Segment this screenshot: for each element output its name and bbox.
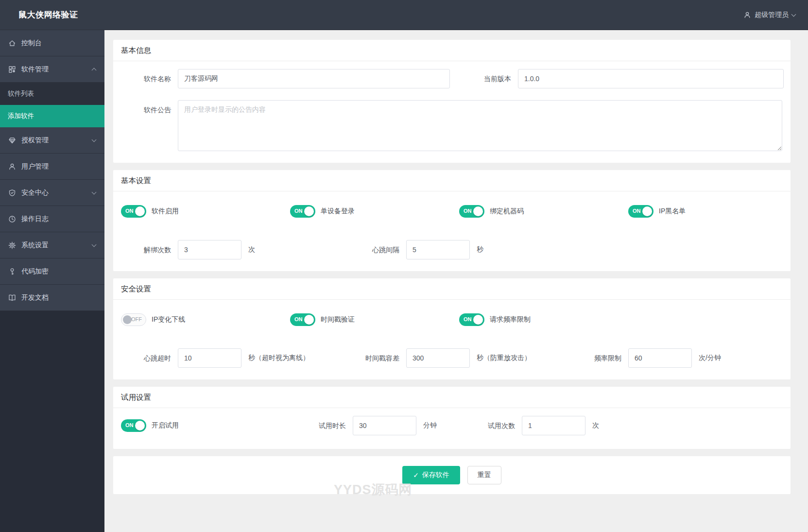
check-icon: ✓	[413, 471, 419, 479]
sidebar-item-label: 软件列表	[8, 89, 34, 98]
sidebar-item-license-mgmt[interactable]: 授权管理	[0, 127, 104, 154]
toggle-ip-blacklist[interactable]: ON IP黑名单	[628, 205, 686, 218]
trial-duration-input[interactable]	[353, 416, 416, 435]
sidebar-item-security-center[interactable]: 安全中心	[0, 180, 104, 206]
rate-limit-label: 频率限制	[571, 348, 621, 368]
timestamp-tolerance-suffix: 秒（防重放攻击）	[477, 354, 531, 362]
timestamp-tolerance-input[interactable]	[406, 348, 470, 368]
app-logo: 鼠大侠网络验证	[0, 9, 104, 20]
section-title: 基本信息	[113, 40, 791, 61]
sidebar-item-label: 控制台	[21, 39, 42, 48]
toggle-software-enabled[interactable]: ON 软件启用	[121, 205, 179, 218]
toggle-on-switch[interactable]: ON	[459, 205, 484, 218]
sidebar-item-operation-log[interactable]: 操作日志	[0, 206, 104, 232]
trial-count-input[interactable]	[522, 416, 585, 435]
sidebar-item-label: 代码加密	[21, 267, 49, 276]
chevron-down-icon	[92, 242, 97, 247]
toggle-timestamp-verify[interactable]: ON 时间戳验证	[290, 313, 355, 326]
app-screen: 鼠大侠网络验证 超级管理员 控制台 软件管理 软件列表 添加软件 授权	[0, 0, 808, 532]
sidebar-item-label: 操作日志	[21, 215, 49, 223]
software-name-input[interactable]	[178, 69, 450, 88]
software-name-label: 软件名称	[121, 69, 171, 88]
heartbeat-interval-suffix: 秒	[477, 245, 483, 254]
shield-check-icon	[8, 189, 16, 197]
sidebar-item-add-software[interactable]: 添加软件	[0, 105, 104, 127]
toggle-knob	[473, 206, 483, 216]
toggle-knob	[473, 315, 483, 325]
reset-button[interactable]: 重置	[467, 466, 501, 484]
toggle-on-switch[interactable]: ON	[290, 313, 315, 326]
sidebar-item-label: 安全中心	[21, 189, 49, 197]
toggle-off-switch[interactable]: OFF	[121, 313, 146, 326]
clock-icon	[8, 215, 16, 223]
user-name: 超级管理员	[755, 11, 789, 19]
sidebar-item-label: 用户管理	[21, 162, 49, 171]
key-icon	[8, 268, 16, 275]
heartbeat-timeout-suffix: 秒（超时视为离线）	[248, 354, 309, 362]
toggle-on-switch[interactable]: ON	[459, 313, 484, 326]
toggle-on-switch[interactable]: ON	[121, 419, 146, 432]
card-basic-settings: 基本设置 ON 软件启用 ON 单设备登录 ON 绑定机器码	[113, 170, 791, 271]
sidebar-submenu-software: 软件列表 添加软件	[0, 83, 104, 127]
notice-textarea[interactable]	[178, 100, 782, 151]
sidebar-item-software-list[interactable]: 软件列表	[0, 83, 104, 105]
card-basic-info: 基本信息 软件名称 当前版本 软件公告	[113, 40, 791, 163]
card-security-settings: 安全设置 OFF IP变化下线 ON 时间戳验证 ON 请求频率限制	[113, 278, 791, 379]
version-input[interactable]	[518, 69, 784, 88]
heartbeat-timeout-input[interactable]	[178, 348, 241, 368]
apps-icon	[8, 66, 16, 73]
version-label: 当前版本	[461, 69, 511, 88]
toggle-knob	[135, 206, 145, 216]
toggle-knob	[304, 315, 314, 325]
sidebar-item-user-mgmt[interactable]: 用户管理	[0, 154, 104, 180]
chevron-down-icon	[92, 189, 97, 194]
sidebar-item-label: 添加软件	[8, 112, 34, 120]
toggle-rate-limit[interactable]: ON 请求频率限制	[459, 313, 531, 326]
toggle-knob	[135, 421, 145, 430]
toggle-on-switch[interactable]: ON	[628, 205, 653, 218]
toggle-bind-machine-code[interactable]: ON 绑定机器码	[459, 205, 524, 218]
toggle-knob	[642, 206, 652, 216]
section-title: 安全设置	[113, 278, 791, 300]
rate-limit-suffix: 次/分钟	[699, 354, 721, 362]
home-icon	[8, 39, 16, 47]
save-button[interactable]: ✓ 保存软件	[402, 466, 460, 484]
toggle-on-switch[interactable]: ON	[290, 205, 315, 218]
chevron-down-icon	[791, 12, 796, 17]
toggle-knob	[304, 206, 314, 216]
main-content: 基本信息 软件名称 当前版本 软件公告	[104, 30, 808, 532]
sidebar-item-system-settings[interactable]: 系统设置	[0, 232, 104, 258]
section-title: 基本设置	[113, 170, 791, 191]
sidebar-item-label: 软件管理	[21, 65, 49, 74]
rate-limit-input[interactable]	[628, 348, 692, 368]
sidebar-item-dev-docs[interactable]: 开发文档	[0, 285, 104, 311]
section-title: 试用设置	[113, 387, 791, 408]
chevron-up-icon	[92, 68, 97, 73]
sidebar-item-code-encrypt[interactable]: 代码加密	[0, 258, 104, 285]
toggle-on-switch[interactable]: ON	[121, 205, 146, 218]
heartbeat-timeout-label: 心跳超时	[121, 348, 171, 368]
trial-duration-suffix: 分钟	[423, 421, 437, 430]
gem-icon	[8, 137, 16, 144]
toggle-knob	[123, 315, 132, 324]
top-bar: 鼠大侠网络验证 超级管理员	[0, 0, 808, 30]
sidebar-item-software-mgmt[interactable]: 软件管理	[0, 56, 104, 83]
toggle-ip-change-offline[interactable]: OFF IP变化下线	[121, 313, 185, 326]
trial-count-suffix: 次	[592, 421, 599, 430]
chevron-down-icon	[92, 137, 97, 142]
heartbeat-interval-label: 心跳间隔	[349, 240, 399, 259]
gear-icon	[8, 241, 16, 249]
user-menu[interactable]: 超级管理员	[743, 11, 808, 19]
unbind-count-label: 解绑次数	[121, 240, 171, 259]
toggle-trial-enabled[interactable]: ON 开启试用	[121, 419, 179, 432]
card-actions: ✓ 保存软件 重置	[113, 456, 791, 494]
card-trial-settings: 试用设置 ON 开启试用 试用时长 分钟 试用次数 次	[113, 387, 791, 449]
user-icon	[8, 163, 16, 171]
sidebar: 控制台 软件管理 软件列表 添加软件 授权管理 用户管理 安全中心	[0, 30, 104, 532]
heartbeat-interval-input[interactable]	[406, 240, 470, 259]
book-icon	[8, 294, 16, 302]
unbind-count-input[interactable]	[178, 240, 241, 259]
sidebar-item-console[interactable]: 控制台	[0, 30, 104, 56]
toggle-single-device[interactable]: ON 单设备登录	[290, 205, 355, 218]
trial-duration-label: 试用时长	[296, 416, 346, 435]
